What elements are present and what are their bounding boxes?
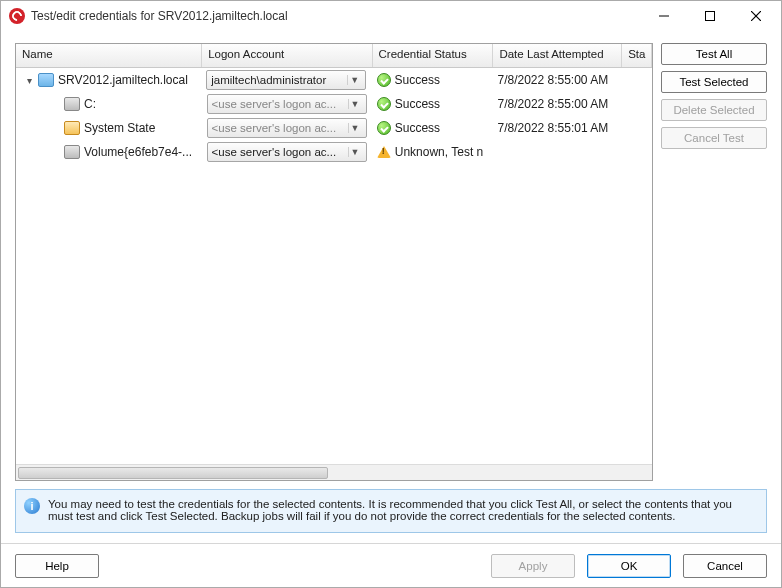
window-buttons <box>641 1 779 31</box>
server-icon <box>38 73 54 87</box>
logon-account-value: jamiltech\administrator <box>211 74 347 86</box>
logon-account-select[interactable]: jamiltech\administrator▼ <box>206 70 366 90</box>
col-date[interactable]: Date Last Attempted <box>493 44 622 67</box>
logon-account-select[interactable]: <use server's logon ac...▼ <box>207 94 367 114</box>
cell-name: System State <box>16 121 203 135</box>
col-name[interactable]: Name <box>16 44 202 67</box>
logon-account-value: <use server's logon ac... <box>212 98 348 110</box>
info-box: i You may need to test the credentials f… <box>15 489 767 533</box>
ok-button[interactable]: OK <box>587 554 671 578</box>
cell-date: 7/8/2022 8:55:01 AM <box>494 121 623 135</box>
maximize-button[interactable] <box>687 1 733 31</box>
content-area: Name Logon Account Credential Status Dat… <box>1 31 781 543</box>
svg-rect-1 <box>706 12 715 21</box>
row-name-label: C: <box>84 97 96 111</box>
col-sta[interactable]: Sta <box>622 44 652 67</box>
warning-icon <box>377 146 391 158</box>
status-text: Success <box>395 121 440 135</box>
drive-icon <box>64 97 80 111</box>
logon-account-value: <use server's logon ac... <box>212 146 348 158</box>
bottom-bar: Help Apply OK Cancel <box>1 543 781 587</box>
chevron-down-icon: ▼ <box>347 75 361 85</box>
date-text: 7/8/2022 8:55:00 AM <box>497 73 608 87</box>
cell-name: ▾SRV2012.jamiltech.local <box>16 73 202 87</box>
status-text: Success <box>395 73 440 87</box>
chevron-down-icon: ▼ <box>348 123 362 133</box>
window-title: Test/edit credentials for SRV2012.jamilt… <box>31 9 641 23</box>
chevron-down-icon: ▼ <box>348 147 362 157</box>
col-logon[interactable]: Logon Account <box>202 44 372 67</box>
cell-name: C: <box>16 97 203 111</box>
cell-date: 7/8/2022 8:55:00 AM <box>493 73 622 87</box>
table-row[interactable]: System State<use server's logon ac...▼Su… <box>16 116 652 140</box>
cell-logon: <use server's logon ac...▼ <box>203 94 373 114</box>
expand-arrow-icon[interactable]: ▾ <box>24 75 34 86</box>
delete-selected-button[interactable]: Delete Selected <box>661 99 767 121</box>
cell-date: 7/8/2022 8:55:00 AM <box>494 97 623 111</box>
row-name-label: SRV2012.jamiltech.local <box>58 73 188 87</box>
apply-button[interactable]: Apply <box>491 554 575 578</box>
logon-account-select[interactable]: <use server's logon ac...▼ <box>207 142 367 162</box>
cancel-button[interactable]: Cancel <box>683 554 767 578</box>
cell-logon: <use server's logon ac...▼ <box>203 118 373 138</box>
scrollbar-thumb[interactable] <box>18 467 328 479</box>
app-icon <box>9 8 25 24</box>
status-text: Unknown, Test n <box>395 145 484 159</box>
cell-logon: jamiltech\administrator▼ <box>202 70 372 90</box>
cell-status: Unknown, Test n <box>373 145 494 159</box>
col-status[interactable]: Credential Status <box>373 44 494 67</box>
test-all-button[interactable]: Test All <box>661 43 767 65</box>
cell-status: Success <box>373 97 494 111</box>
chevron-down-icon: ▼ <box>348 99 362 109</box>
close-button[interactable] <box>733 1 779 31</box>
title-bar: Test/edit credentials for SRV2012.jamilt… <box>1 1 781 31</box>
table-row[interactable]: Volume{e6feb7e4-...<use server's logon a… <box>16 140 652 164</box>
cancel-test-button[interactable]: Cancel Test <box>661 127 767 149</box>
vol-icon <box>64 145 80 159</box>
info-text: You may need to test the credentials for… <box>48 498 758 522</box>
grid-body: ▾SRV2012.jamiltech.localjamiltech\admini… <box>16 68 652 464</box>
cell-status: Success <box>373 121 494 135</box>
credentials-grid: Name Logon Account Credential Status Dat… <box>15 43 653 481</box>
logon-account-value: <use server's logon ac... <box>212 122 348 134</box>
minimize-button[interactable] <box>641 1 687 31</box>
logon-account-select[interactable]: <use server's logon ac...▼ <box>207 118 367 138</box>
table-row[interactable]: C:<use server's logon ac...▼Success7/8/2… <box>16 92 652 116</box>
date-text: 7/8/2022 8:55:00 AM <box>498 97 609 111</box>
success-icon <box>377 73 391 87</box>
horizontal-scrollbar[interactable] <box>16 464 652 480</box>
success-icon <box>377 121 391 135</box>
success-icon <box>377 97 391 111</box>
table-row[interactable]: ▾SRV2012.jamiltech.localjamiltech\admini… <box>16 68 652 92</box>
date-text: 7/8/2022 8:55:01 AM <box>498 121 609 135</box>
sys-icon <box>64 121 80 135</box>
cell-logon: <use server's logon ac...▼ <box>203 142 373 162</box>
actions-panel: Test All Test Selected Delete Selected C… <box>661 43 767 481</box>
test-selected-button[interactable]: Test Selected <box>661 71 767 93</box>
status-text: Success <box>395 97 440 111</box>
info-icon: i <box>24 498 40 514</box>
row-name-label: System State <box>84 121 155 135</box>
help-button[interactable]: Help <box>15 554 99 578</box>
main-row: Name Logon Account Credential Status Dat… <box>15 43 767 481</box>
row-name-label: Volume{e6feb7e4-... <box>84 145 192 159</box>
cell-status: Success <box>373 73 494 87</box>
cell-name: Volume{e6feb7e4-... <box>16 145 203 159</box>
grid-header: Name Logon Account Credential Status Dat… <box>16 44 652 68</box>
